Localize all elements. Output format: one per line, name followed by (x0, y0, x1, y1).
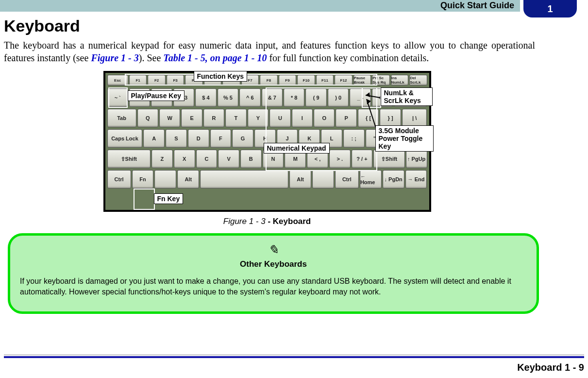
keyboard-figure: Esc F1 F2 F3 F4 F5 F6 F7 F8 F9 F10 F11 F… (103, 71, 431, 212)
header-bar: Quick Start Guide (0, 0, 520, 12)
figure-caption-title: - Keyboard (266, 217, 311, 226)
chapter-tab: 1 (523, 0, 577, 17)
key: C (196, 150, 218, 168)
play-pause-label: Play/Pause Key (128, 90, 185, 101)
down-key: ↓ PgDn (383, 170, 404, 189)
menu-key (312, 170, 334, 189)
tab-key: Tab (107, 109, 136, 127)
up-key: ↑ PgUp (406, 150, 427, 168)
intro-text-3: for full function key combination detail… (267, 52, 429, 63)
key: V (218, 150, 239, 168)
key: | \ (402, 109, 427, 127)
bottom-row: Ctrl Fn Alt Alt Ctrl ← Home ↓ PgDn → End (107, 170, 427, 189)
key: } ] (380, 109, 401, 127)
key: D (188, 129, 209, 148)
numlk-scrlk-label: NumLk & ScrLk Keys (381, 87, 433, 106)
pen-icon: ✎ (20, 242, 527, 258)
rshift-key: ⇧Shift (373, 150, 405, 168)
key: B (240, 150, 262, 168)
key: T (225, 109, 246, 127)
module-toggle-label: 3.5G Module Power Toggle Key (375, 125, 434, 152)
left-key: ← Home (360, 170, 382, 189)
intro-text-2: ). See (139, 52, 164, 63)
key: E (181, 109, 202, 127)
function-keys-highlight (125, 74, 377, 86)
key: R (203, 109, 224, 127)
key: Z (151, 150, 173, 168)
ins-numlk-key: Ins NumLk (391, 75, 408, 86)
key: A (143, 129, 165, 148)
fn-key: Fn (132, 170, 154, 189)
function-keys-label: Function Keys (194, 71, 247, 82)
lshift-key: ⇧Shift (107, 150, 151, 168)
right-key: → End (405, 170, 427, 189)
tilde-highlight (108, 87, 128, 108)
key: S (166, 129, 187, 148)
callout-body: If your keyboard is damaged or you just … (20, 276, 527, 297)
fn-highlight (134, 189, 155, 210)
intro-paragraph: The keyboard has a numerical keypad for … (4, 39, 535, 64)
num-keypad-label: Numerical Keypad (264, 143, 330, 154)
lctrl-key: Ctrl (107, 170, 131, 189)
footer-page-label: Keyboard 1 - 9 (517, 362, 584, 373)
key: ^ 6 (239, 88, 260, 107)
rctrl-key: Ctrl (335, 170, 359, 189)
callout-title: Other Keyboards (20, 259, 527, 269)
del-scrlk-key: Del ScrLk (409, 75, 427, 86)
figure-reference[interactable]: Figure 1 - 3 (91, 52, 138, 63)
lalt-key: Alt (177, 170, 199, 189)
table-reference[interactable]: Table 1 - 5, on page 1 - 10 (163, 52, 267, 63)
guide-title: Quick Start Guide (440, 0, 514, 11)
space-key (200, 170, 288, 189)
numpad-highlight (266, 87, 377, 171)
key: Q (137, 109, 158, 127)
section-title: Keyboard (4, 17, 530, 35)
figure-caption-label: Figure 1 - 3 (223, 217, 266, 226)
key: X (174, 150, 195, 168)
key: $ 4 (195, 88, 216, 107)
key: F (210, 129, 232, 148)
footer-rule (4, 355, 584, 358)
key: % 5 (218, 88, 238, 107)
figure-caption: Figure 1 - 3 - Keyboard (4, 217, 530, 226)
numlk-highlight (362, 87, 381, 108)
key: W (159, 109, 180, 127)
capslock-key: Caps Lock (107, 129, 143, 148)
ralt-key: Alt (289, 170, 311, 189)
content-area: Keyboard The keyboard has a numerical ke… (0, 12, 534, 314)
fn-key-label: Fn Key (154, 193, 184, 204)
note-callout: ✎ Other Keyboards If your keyboard is da… (8, 233, 539, 314)
key: G (232, 129, 253, 148)
win-key (154, 170, 176, 189)
